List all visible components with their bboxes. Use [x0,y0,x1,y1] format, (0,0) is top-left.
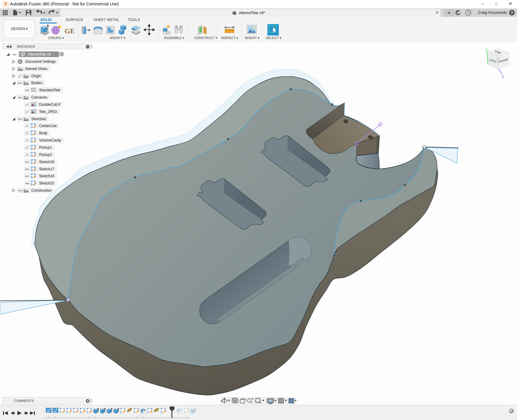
svg-text:Y: Y [485,48,488,53]
svg-text:?: ? [511,11,513,15]
svg-text:Z: Z [502,75,504,79]
svg-text:GE: GE [65,27,75,35]
